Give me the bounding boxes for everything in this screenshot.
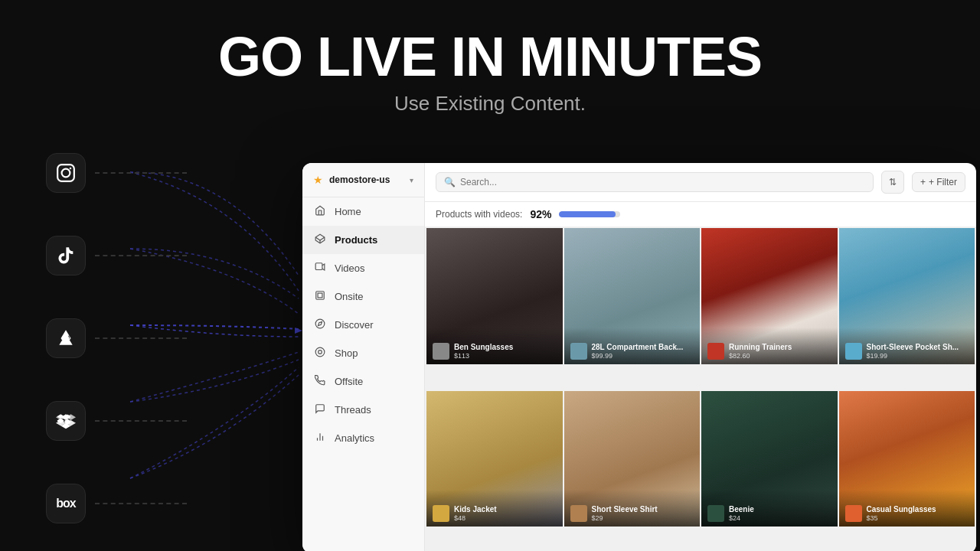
product-card[interactable]: Ben Sunglasses $113 xyxy=(426,228,563,364)
product-info: Ben Sunglasses $113 xyxy=(426,328,563,364)
product-price: $99.99 xyxy=(592,352,684,360)
product-card[interactable]: Short Sleeve Shirt $29 xyxy=(564,391,701,527)
stats-percentage: 92% xyxy=(530,208,551,220)
product-thumbnail xyxy=(433,505,449,522)
product-card[interactable]: Running Trainers $82.60 xyxy=(701,228,838,364)
offsite-nav-icon xyxy=(313,375,327,388)
product-card[interactable]: Kids Jacket $48 xyxy=(426,391,563,527)
onsite-nav-icon xyxy=(313,290,327,303)
svg-rect-13 xyxy=(316,292,325,300)
sidebar-item-home[interactable]: Home xyxy=(302,197,424,226)
shop-nav-label: Shop xyxy=(335,347,358,359)
svg-point-2 xyxy=(70,168,72,170)
product-thumbnail xyxy=(707,505,724,522)
videos-nav-label: Videos xyxy=(335,262,365,274)
dropbox-icon xyxy=(46,401,86,441)
search-input[interactable] xyxy=(460,177,865,187)
product-price: $19.99 xyxy=(867,352,959,360)
svg-point-15 xyxy=(315,319,325,328)
sidebar-item-analytics[interactable]: Analytics xyxy=(302,424,424,452)
product-name: Running Trainers xyxy=(729,343,792,352)
product-name: Ben Sunglasses xyxy=(454,343,513,352)
box-dash xyxy=(95,503,187,504)
product-name: 28L Compartment Back... xyxy=(592,343,684,352)
products-nav-icon xyxy=(313,233,327,246)
shop-nav-icon xyxy=(313,347,327,360)
home-nav-label: Home xyxy=(335,206,361,217)
threads-nav-label: Threads xyxy=(335,404,371,416)
google-drive-icon xyxy=(46,318,86,358)
product-price: $24 xyxy=(729,514,754,522)
product-name: Beenie xyxy=(729,505,754,514)
product-thumbnail xyxy=(433,343,449,360)
product-info: Short Sleeve Shirt $29 xyxy=(564,490,701,527)
product-price: $48 xyxy=(454,514,497,522)
onsite-nav-label: Onsite xyxy=(335,291,364,302)
store-name: demostore-us xyxy=(329,174,403,185)
product-price: $82.60 xyxy=(729,352,792,360)
discover-nav-label: Discover xyxy=(335,319,374,331)
product-name: Kids Jacket xyxy=(454,505,497,514)
sidebar: ★ demostore-us ▾ Home Products Videos On… xyxy=(302,163,425,551)
search-icon: 🔍 xyxy=(444,177,456,187)
product-thumbnail xyxy=(707,343,724,360)
sidebar-item-products[interactable]: Products xyxy=(302,226,424,254)
product-name: Short-Sleeve Pocket Sh... xyxy=(867,343,959,352)
store-header[interactable]: ★ demostore-us ▾ xyxy=(302,163,424,197)
sidebar-item-threads[interactable]: Threads xyxy=(302,396,424,424)
filter-plus-icon: + xyxy=(920,177,926,187)
sidebar-item-shop[interactable]: Shop xyxy=(302,339,424,367)
product-name: Short Sleeve Shirt xyxy=(592,505,658,514)
product-info: Kids Jacket $48 xyxy=(426,490,563,527)
svg-point-18 xyxy=(318,350,322,354)
products-nav-label: Products xyxy=(335,234,377,246)
svg-marker-4 xyxy=(56,414,66,420)
product-price: $29 xyxy=(592,514,658,522)
navigation: Home Products Videos Onsite Discover Sho… xyxy=(302,197,424,452)
box-text: box xyxy=(56,497,75,510)
product-price: $113 xyxy=(454,352,513,360)
product-thumbnail xyxy=(570,505,587,522)
search-box[interactable]: 🔍 xyxy=(436,172,874,192)
stats-label: Products with videos: xyxy=(436,209,522,220)
product-name: Casual Sunglasses xyxy=(867,505,936,514)
svg-rect-0 xyxy=(57,165,74,181)
offsite-nav-label: Offsite xyxy=(335,376,363,387)
dropbox-item xyxy=(46,401,187,441)
home-nav-icon xyxy=(313,205,327,218)
sidebar-item-onsite[interactable]: Onsite xyxy=(302,282,424,311)
stats-bar: Products with videos: 92% xyxy=(425,202,976,227)
main-content: 🔍 ⇅ + + Filter Products with videos: 92%… xyxy=(425,163,976,551)
product-thumbnail xyxy=(845,505,862,522)
analytics-nav-icon xyxy=(313,432,327,445)
sidebar-item-videos[interactable]: Videos xyxy=(302,254,424,282)
product-card[interactable]: 28L Compartment Back... $99.99 xyxy=(564,228,701,364)
product-info: Running Trainers $82.60 xyxy=(701,328,838,364)
sidebar-item-discover[interactable]: Discover xyxy=(302,311,424,339)
filter-button[interactable]: + + Filter xyxy=(912,172,965,192)
sidebar-item-offsite[interactable]: Offsite xyxy=(302,367,424,396)
hero-section: GO LIVE IN MINUTES Use Existing Content. xyxy=(0,0,980,116)
product-info: Casual Sunglasses $35 xyxy=(839,490,975,527)
svg-marker-9 xyxy=(295,328,302,334)
product-grid: Ben Sunglasses $113 28L Compartment Back… xyxy=(425,227,976,551)
discover-nav-icon xyxy=(313,318,327,331)
svg-point-1 xyxy=(62,169,70,178)
videos-nav-icon xyxy=(313,262,327,275)
hero-title: GO LIVE IN MINUTES xyxy=(0,29,980,84)
app-window: ★ demostore-us ▾ Home Products Videos On… xyxy=(302,163,976,551)
analytics-nav-label: Analytics xyxy=(335,432,374,444)
instagram-icon xyxy=(46,153,86,193)
store-star-icon: ★ xyxy=(313,174,323,186)
product-card[interactable]: Short-Sleeve Pocket Sh... $19.99 xyxy=(839,228,975,364)
product-price: $35 xyxy=(867,514,936,522)
instagram-item xyxy=(46,153,187,193)
svg-marker-16 xyxy=(318,322,322,326)
sort-button[interactable]: ⇅ xyxy=(881,171,904,194)
box-icon: box xyxy=(46,484,86,523)
progress-track xyxy=(559,211,620,217)
svg-point-17 xyxy=(315,347,325,357)
product-card[interactable]: Beenie $24 xyxy=(701,391,838,527)
left-icons-panel: box xyxy=(46,153,187,523)
product-card[interactable]: Casual Sunglasses $35 xyxy=(839,391,975,527)
